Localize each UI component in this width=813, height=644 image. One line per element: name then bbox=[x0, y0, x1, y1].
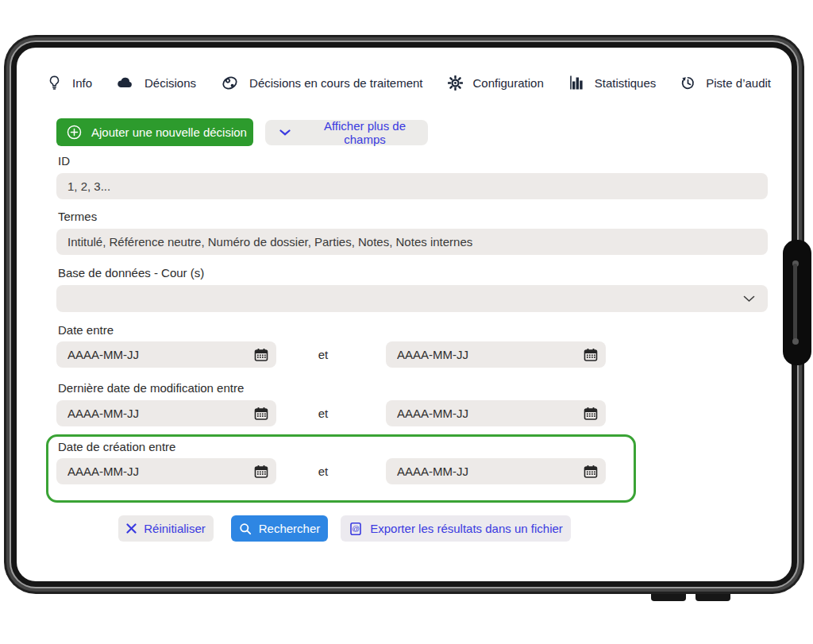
nav-item-configuration[interactable]: Configuration bbox=[448, 75, 544, 91]
device-side-button bbox=[793, 264, 797, 341]
created-between-label: Date de création entre bbox=[58, 440, 175, 453]
calendar-icon[interactable] bbox=[584, 348, 598, 362]
nav-item-audit-trail[interactable]: Piste d’audit bbox=[680, 75, 771, 91]
add-decision-button[interactable]: Ajouter une nouvelle décision bbox=[56, 118, 253, 146]
database-label: Base de données - Cour (s) bbox=[58, 266, 204, 280]
bar-chart-icon bbox=[568, 75, 584, 91]
gear-icon bbox=[448, 75, 463, 91]
plus-circle-icon bbox=[67, 125, 82, 140]
show-more-fields-label: Afficher plus de champs bbox=[302, 119, 428, 146]
date-between-label: Date entre bbox=[58, 323, 114, 337]
date-from-input[interactable] bbox=[56, 348, 254, 361]
search-label: Rechercher bbox=[259, 522, 321, 535]
add-decision-label: Ajouter une nouvelle décision bbox=[91, 125, 247, 139]
cloud-icon bbox=[117, 76, 134, 89]
date-separator: et bbox=[307, 465, 339, 478]
reset-label: Réinitialiser bbox=[144, 522, 206, 535]
export-file-icon: @ bbox=[349, 522, 363, 536]
date-to-field[interactable] bbox=[386, 341, 606, 368]
nav-label: Piste d’audit bbox=[706, 76, 771, 90]
export-label: Exporter les résultats dans un fichier bbox=[370, 522, 563, 535]
modified-between-label: Dernière date de modification entre bbox=[58, 381, 244, 395]
process-icon bbox=[221, 75, 239, 91]
history-icon bbox=[680, 75, 695, 91]
date-from-field[interactable] bbox=[56, 341, 276, 368]
nav-label: Décisions bbox=[144, 76, 196, 90]
search-icon bbox=[239, 523, 252, 535]
calendar-icon[interactable] bbox=[254, 465, 268, 479]
calendar-icon[interactable] bbox=[584, 407, 598, 421]
close-icon bbox=[126, 523, 137, 534]
modified-to-field[interactable] bbox=[386, 400, 606, 426]
date-separator: et bbox=[307, 348, 339, 361]
calendar-icon[interactable] bbox=[254, 348, 268, 362]
tablet-frame: Info Décisions bbox=[4, 35, 804, 594]
search-button[interactable]: Rechercher bbox=[231, 515, 328, 542]
id-label: ID bbox=[58, 154, 70, 168]
created-to-input[interactable] bbox=[386, 465, 584, 478]
calendar-icon[interactable] bbox=[254, 407, 268, 421]
modified-from-input[interactable] bbox=[56, 407, 254, 420]
nav-label: Statistiques bbox=[595, 76, 657, 90]
nav-label: Info bbox=[72, 76, 92, 90]
terms-input[interactable] bbox=[56, 229, 768, 255]
app-screen: Info Décisions bbox=[17, 48, 792, 581]
created-from-field[interactable] bbox=[56, 458, 276, 484]
device-side-button-housing bbox=[783, 240, 811, 365]
select-chevron-down-icon bbox=[743, 295, 755, 303]
page: Info Décisions bbox=[0, 0, 813, 644]
nav-label: Décisions en cours de traitement bbox=[249, 76, 422, 90]
nav-item-info[interactable]: Info bbox=[47, 75, 92, 91]
date-to-input[interactable] bbox=[386, 348, 584, 361]
created-from-input[interactable] bbox=[56, 465, 254, 478]
calendar-icon[interactable] bbox=[584, 465, 598, 479]
nav-item-decisions-in-progress[interactable]: Décisions en cours de traitement bbox=[221, 75, 422, 91]
date-separator: et bbox=[307, 407, 339, 420]
svg-text:@: @ bbox=[352, 524, 360, 533]
modified-from-field[interactable] bbox=[56, 400, 276, 426]
created-to-field[interactable] bbox=[386, 458, 606, 484]
lightbulb-icon bbox=[47, 75, 62, 91]
nav-item-decisions[interactable]: Décisions bbox=[117, 76, 196, 90]
database-select[interactable] bbox=[56, 285, 768, 312]
export-results-button[interactable]: @ Exporter les résultats dans un fichier bbox=[341, 515, 571, 542]
nav-item-statistics[interactable]: Statistiques bbox=[568, 75, 657, 91]
id-input[interactable] bbox=[56, 173, 768, 199]
show-more-fields-button[interactable]: Afficher plus de champs bbox=[265, 120, 428, 145]
terms-label: Termes bbox=[58, 210, 97, 223]
reset-button[interactable]: Réinitialiser bbox=[118, 515, 214, 542]
chevron-down-icon bbox=[279, 129, 291, 136]
nav-label: Configuration bbox=[473, 76, 544, 90]
top-navigation: Info Décisions bbox=[47, 67, 771, 98]
modified-to-input[interactable] bbox=[386, 407, 584, 420]
